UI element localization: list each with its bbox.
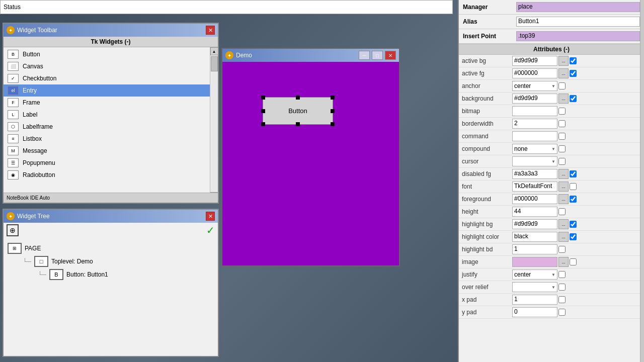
attr-value-container-5: 2 bbox=[512, 119, 641, 129]
attr-dropdown-7[interactable]: none▼ bbox=[512, 144, 557, 154]
attr-input-1[interactable]: #000000 bbox=[512, 68, 557, 78]
attr-checkbox-20[interactable] bbox=[558, 309, 566, 316]
attr-checkbox-4[interactable] bbox=[558, 108, 566, 115]
widget-toolbar-titlebar: ✦ Widget Toolbar ✕ bbox=[4, 24, 218, 37]
attr-value-cell-16: ... bbox=[509, 256, 644, 268]
widget-item-button[interactable]: BButton bbox=[4, 48, 210, 60]
widget-tree-titlebar: ✦ Widget Tree ✕ bbox=[4, 210, 218, 223]
panel-divider[interactable] bbox=[640, 0, 644, 362]
attr-checkbox-10[interactable] bbox=[570, 183, 577, 190]
attr-name-20: y pad bbox=[459, 306, 509, 319]
attr-checkbox-2[interactable] bbox=[558, 82, 566, 89]
widget-item-canvas[interactable]: ⬜Canvas bbox=[4, 60, 210, 72]
attr-name-2: anchor bbox=[459, 80, 509, 93]
attr-checkbox-13[interactable] bbox=[570, 221, 577, 228]
attr-input-0[interactable]: #d9d9d9 bbox=[512, 56, 557, 66]
attr-row-highlight-bg: highlight bg#d9d9d9... bbox=[459, 218, 644, 231]
sel-handle-mr bbox=[331, 109, 335, 113]
attr-checkbox-0[interactable] bbox=[570, 57, 577, 64]
toolbar-scrollbar[interactable]: ▲ ▼ bbox=[210, 47, 218, 200]
demo-maximize-button[interactable]: □ bbox=[372, 51, 383, 60]
attr-dropdown-8[interactable]: ▼ bbox=[512, 156, 557, 166]
widget-item-entry[interactable]: elEntry bbox=[4, 84, 210, 97]
widget-item-label[interactable]: LLabel bbox=[4, 109, 210, 121]
attr-checkbox-11[interactable] bbox=[570, 196, 577, 203]
tree-node-2[interactable]: └─BButton: Button1 bbox=[38, 268, 214, 281]
attr-value-container-9: #a3a3a3... bbox=[512, 169, 641, 179]
demo-minimize-button[interactable]: ─ bbox=[359, 51, 370, 60]
attr-dropdown-2[interactable]: center▼ bbox=[512, 81, 557, 91]
attr-dropdown-18[interactable]: ▼ bbox=[512, 282, 557, 292]
attr-dots-btn-11[interactable]: ... bbox=[558, 194, 569, 204]
attr-dots-btn-16[interactable]: ... bbox=[558, 257, 569, 267]
demo-close-button[interactable]: ✕ bbox=[385, 51, 396, 60]
attr-checkbox-15[interactable] bbox=[558, 246, 566, 253]
widget-item-listbox[interactable]: ≡Listbox bbox=[4, 133, 210, 145]
prop-manager-row: Manager place bbox=[459, 0, 644, 15]
demo-button-widget[interactable]: Button bbox=[263, 97, 333, 125]
tree-connector-2: └─ bbox=[38, 271, 46, 278]
attr-checkbox-19[interactable] bbox=[558, 296, 566, 303]
attr-input-13[interactable]: #d9d9d9 bbox=[512, 219, 557, 229]
attr-checkbox-3[interactable] bbox=[570, 95, 577, 102]
dropdown-arrow-17: ▼ bbox=[551, 273, 555, 277]
attr-input-10[interactable]: TkDefaultFont bbox=[512, 182, 557, 192]
attr-input-11[interactable]: #000000 bbox=[512, 194, 557, 204]
widget-item-popupmenu[interactable]: ☰Popupmenu bbox=[4, 157, 210, 169]
attr-input-3[interactable]: #d9d9d9 bbox=[512, 94, 557, 104]
attr-name-3: background bbox=[459, 93, 509, 105]
widget-tree-close-button[interactable]: ✕ bbox=[206, 212, 215, 221]
scroll-up-arrow[interactable]: ▲ bbox=[210, 47, 218, 55]
tree-node-label-0: PAGE bbox=[25, 245, 41, 252]
attr-checkbox-9[interactable] bbox=[570, 170, 577, 177]
status-text: Status bbox=[4, 4, 21, 11]
attr-checkbox-8[interactable] bbox=[558, 158, 566, 165]
scroll-thumb[interactable] bbox=[211, 56, 218, 71]
attr-checkbox-5[interactable] bbox=[558, 120, 566, 127]
attr-checkbox-16[interactable] bbox=[570, 258, 577, 265]
attr-row-command: command bbox=[459, 130, 644, 143]
attr-dots-btn-1[interactable]: ... bbox=[558, 68, 569, 78]
attr-dropdown-17[interactable]: center▼ bbox=[512, 269, 557, 280]
labelframe-label: Labelframe bbox=[23, 123, 53, 130]
attr-checkbox-14[interactable] bbox=[570, 233, 577, 240]
tree-add-button[interactable]: ⊕ bbox=[7, 224, 19, 236]
label-label: Label bbox=[23, 111, 37, 118]
attr-input-5[interactable]: 2 bbox=[512, 119, 557, 129]
attr-input-12[interactable]: 44 bbox=[512, 207, 557, 217]
attr-value-container-11: #000000... bbox=[512, 194, 641, 204]
attr-input-16[interactable] bbox=[512, 257, 557, 267]
attr-checkbox-18[interactable] bbox=[558, 284, 566, 291]
attr-checkbox-7[interactable] bbox=[558, 145, 566, 152]
widget-toolbar-close-button[interactable]: ✕ bbox=[206, 26, 215, 35]
attr-input-20[interactable]: 0 bbox=[512, 307, 557, 317]
attr-input-6[interactable] bbox=[512, 131, 557, 141]
widget-item-labelframe[interactable]: ⬡Labelframe bbox=[4, 121, 210, 133]
attr-dots-btn-9[interactable]: ... bbox=[558, 169, 569, 179]
widget-item-checkbutton[interactable]: ✓Checkbutton bbox=[4, 72, 210, 84]
attr-input-14[interactable]: black bbox=[512, 232, 557, 242]
attr-input-4[interactable] bbox=[512, 106, 557, 116]
widget-item-message[interactable]: MMessage bbox=[4, 145, 210, 157]
attr-checkbox-17[interactable] bbox=[558, 271, 566, 278]
attr-dots-btn-0[interactable]: ... bbox=[558, 56, 569, 66]
attr-value-cell-10: TkDefaultFont... bbox=[509, 180, 644, 193]
tree-header-row: ⊕ ✓ bbox=[4, 223, 218, 238]
attr-checkbox-12[interactable] bbox=[558, 208, 566, 215]
demo-title: Demo bbox=[236, 52, 252, 59]
attr-checkbox-1[interactable] bbox=[570, 70, 577, 77]
attr-dots-btn-13[interactable]: ... bbox=[558, 219, 569, 229]
attr-name-14: highlight color bbox=[459, 231, 509, 243]
attr-input-19[interactable]: 1 bbox=[512, 295, 557, 305]
attr-dots-btn-3[interactable]: ... bbox=[558, 94, 569, 104]
widget-item-radiobutton[interactable]: ◉Radiobutton bbox=[4, 169, 210, 181]
attr-dots-btn-14[interactable]: ... bbox=[558, 232, 569, 242]
attr-input-9[interactable]: #a3a3a3 bbox=[512, 169, 557, 179]
tree-node-1[interactable]: └─□Toplevel: Demo bbox=[23, 255, 214, 268]
attr-checkbox-6[interactable] bbox=[558, 133, 566, 140]
tree-node-0[interactable]: ⊞PAGE bbox=[8, 242, 214, 255]
labelframe-icon: ⬡ bbox=[8, 122, 19, 131]
widget-item-frame[interactable]: FFrame bbox=[4, 97, 210, 109]
attr-dots-btn-10[interactable]: ... bbox=[558, 182, 569, 192]
attr-input-15[interactable]: 1 bbox=[512, 244, 557, 254]
